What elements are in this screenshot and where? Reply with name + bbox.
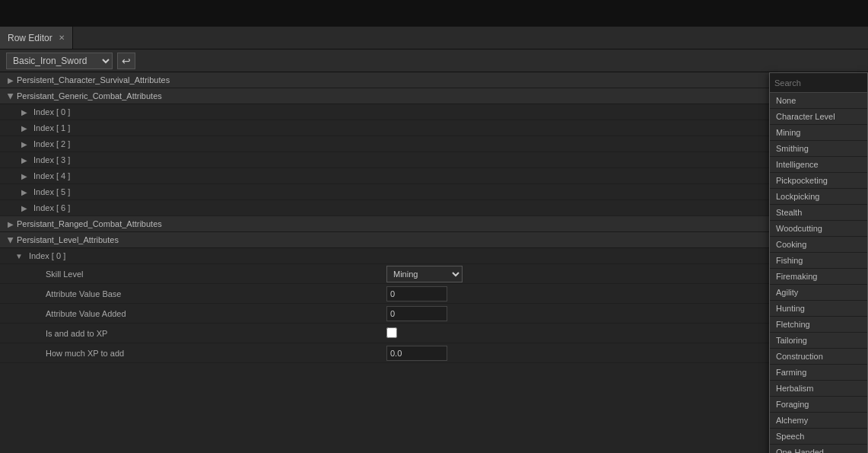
skill-search-input[interactable] <box>770 73 867 93</box>
dropdown-item-4[interactable]: Intelligence <box>770 157 867 173</box>
level-index-0-arrow: ▼ <box>15 252 23 260</box>
is-xp-label: Is and add to XP <box>0 329 380 338</box>
index-arrow-4: ▶ <box>21 172 27 180</box>
section-level-label: Persistant_Level_Attributes <box>17 235 119 244</box>
section-combat-label: Persistant_Generic_Combat_Attributes <box>17 91 162 100</box>
dropdown-item-18[interactable]: Herbalism <box>770 381 867 397</box>
attr-base-label: Attribute Value Base <box>0 289 380 298</box>
back-icon: ↩ <box>122 55 131 67</box>
dropdown-item-15[interactable]: Tailoring <box>770 333 867 349</box>
tab-label: Row Editor <box>8 33 52 43</box>
combat-index-0[interactable]: ▶ Index [ 0 ] <box>0 104 867 120</box>
dropdown-item-21[interactable]: Speech <box>770 429 867 445</box>
dropdown-item-9[interactable]: Cooking <box>770 237 867 253</box>
main-area: ▶ Persistent_Character_Survival_Attribut… <box>0 72 868 453</box>
index-label-3: Index [ 3 ] <box>33 155 70 164</box>
dropdown-item-2[interactable]: Mining <box>770 125 867 141</box>
dropdown-item-7[interactable]: Stealth <box>770 205 867 221</box>
index-label-1: Index [ 1 ] <box>33 123 70 132</box>
xp-amount-label: How much XP to add <box>0 349 380 358</box>
dropdown-item-12[interactable]: Agility <box>770 285 867 301</box>
index-arrow-5: ▶ <box>21 188 27 196</box>
index-arrow-1: ▶ <box>21 124 27 132</box>
section-ranged-label: Persistant_Ranged_Combat_Attributes <box>17 219 162 228</box>
dropdown-item-0[interactable]: None <box>770 93 867 109</box>
top-bar <box>0 0 868 27</box>
attr-base-input[interactable] <box>386 286 447 301</box>
section-survival-arrow: ▶ <box>8 76 14 85</box>
section-ranged[interactable]: ▶ Persistant_Ranged_Combat_Attributes <box>0 216 867 232</box>
section-combat[interactable]: ▶ Persistant_Generic_Combat_Attributes <box>0 88 867 104</box>
back-button[interactable]: ↩ <box>117 53 135 69</box>
index-arrow-6: ▶ <box>21 204 27 212</box>
section-combat-arrow: ▶ <box>7 93 15 99</box>
property-is-xp: Is and add to XP <box>0 324 867 343</box>
index-label-6: Index [ 6 ] <box>33 203 70 212</box>
combat-index-3[interactable]: ▶ Index [ 3 ] <box>0 152 867 168</box>
dropdown-item-17[interactable]: Farming <box>770 365 867 381</box>
index-arrow-3: ▶ <box>21 156 27 164</box>
index-label-0: Index [ 0 ] <box>33 107 70 116</box>
attr-added-label: Attribute Value Added <box>0 309 380 318</box>
dropdown-item-13[interactable]: Hunting <box>770 301 867 317</box>
item-selector[interactable]: Basic_Iron_Sword <box>6 53 113 69</box>
index-label-5: Index [ 5 ] <box>33 187 70 196</box>
dropdown-item-19[interactable]: Foraging <box>770 397 867 413</box>
dropdown-item-3[interactable]: Smithing <box>770 141 867 157</box>
dropdown-item-5[interactable]: Pickpocketing <box>770 173 867 189</box>
skill-dropdown-overlay: NoneCharacter LevelMiningSmithingIntelli… <box>769 72 868 453</box>
dropdown-item-10[interactable]: Fishing <box>770 253 867 269</box>
section-survival-label: Persistent_Character_Survival_Attributes <box>17 75 170 85</box>
attr-added-input[interactable] <box>386 306 447 321</box>
tab-row: Row Editor ✕ <box>0 27 868 49</box>
dropdown-item-14[interactable]: Fletching <box>770 317 867 333</box>
property-xp-amount: How much XP to add <box>0 343 867 363</box>
dropdown-item-8[interactable]: Woodcutting <box>770 221 867 237</box>
dropdown-item-11[interactable]: Firemaking <box>770 269 867 285</box>
index-label-2: Index [ 2 ] <box>33 139 70 148</box>
dropdown-item-22[interactable]: One-Handed <box>770 445 867 453</box>
level-index-0-label: Index [ 0 ] <box>29 251 65 260</box>
index-arrow-0: ▶ <box>21 108 27 116</box>
index-label-4: Index [ 4 ] <box>33 171 70 180</box>
toolbar: Basic_Iron_Sword ↩ <box>0 49 868 72</box>
combat-index-2[interactable]: ▶ Index [ 2 ] <box>0 136 867 152</box>
combat-index-6[interactable]: ▶ Index [ 6 ] <box>0 200 867 216</box>
index-arrow-2: ▶ <box>21 140 27 148</box>
section-ranged-arrow: ▶ <box>8 220 14 228</box>
property-attr-added: Attribute Value Added <box>0 304 867 324</box>
is-xp-checkbox[interactable] <box>386 327 397 338</box>
level-index-0[interactable]: ▼ Index [ 0 ] <box>0 248 867 264</box>
dropdown-item-20[interactable]: Alchemy <box>770 413 867 429</box>
xp-amount-input[interactable] <box>386 346 447 361</box>
section-level-arrow: ▶ <box>7 237 15 243</box>
section-survival[interactable]: ▶ Persistent_Character_Survival_Attribut… <box>0 72 867 88</box>
skill-level-label: Skill Level <box>0 270 380 279</box>
combat-index-5[interactable]: ▶ Index [ 5 ] <box>0 184 867 200</box>
combat-index-1[interactable]: ▶ Index [ 1 ] <box>0 120 867 136</box>
tab-row-editor[interactable]: Row Editor ✕ <box>0 27 73 49</box>
dropdown-item-16[interactable]: Construction <box>770 349 867 365</box>
dropdown-item-1[interactable]: Character Level <box>770 109 867 125</box>
combat-index-4[interactable]: ▶ Index [ 4 ] <box>0 168 867 184</box>
section-level[interactable]: ▶ Persistant_Level_Attributes <box>0 232 867 248</box>
dropdown-list: NoneCharacter LevelMiningSmithingIntelli… <box>770 93 867 453</box>
property-attr-base: Attribute Value Base <box>0 284 867 304</box>
tree-panel: ▶ Persistent_Character_Survival_Attribut… <box>0 72 868 453</box>
tab-close-button[interactable]: ✕ <box>59 34 65 42</box>
skill-level-dropdown[interactable]: Mining <box>386 266 463 282</box>
property-skill-level: Skill Level Mining <box>0 264 867 284</box>
dropdown-item-6[interactable]: Lockpicking <box>770 189 867 205</box>
